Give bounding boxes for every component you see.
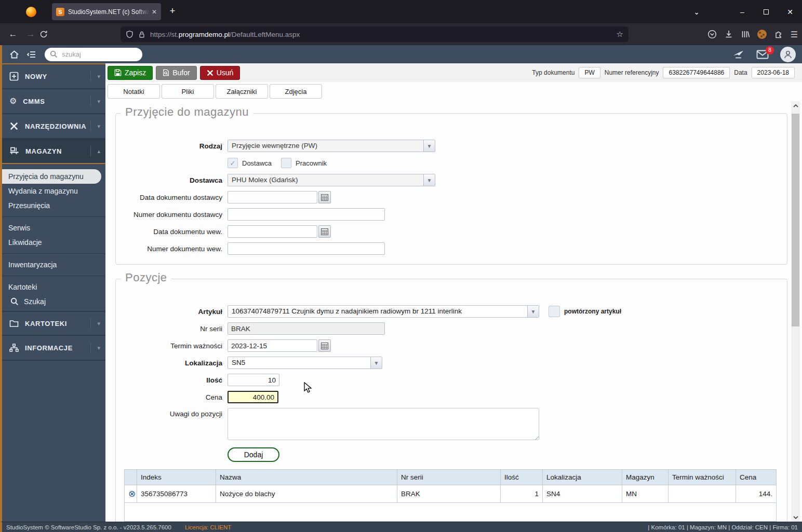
tab-zdjecia[interactable]: Zdjęcia	[270, 84, 322, 99]
rodzaj-select[interactable]: Przyjęcie wewnętrzne (PW) ▼	[228, 140, 435, 152]
close-window-button[interactable]: ✕	[778, 8, 802, 16]
save-label: Zapisz	[125, 69, 146, 77]
chevron-down-icon[interactable]: ▾	[90, 96, 100, 106]
pracownik-checkbox[interactable]	[281, 158, 291, 168]
tab-zalaczniki[interactable]: Załączniki	[216, 84, 268, 99]
tab-notatki[interactable]: Notatki	[108, 84, 160, 99]
numer-wew-input[interactable]	[228, 242, 385, 255]
collapse-menu-icon[interactable]	[26, 50, 36, 59]
calendar-icon[interactable]	[318, 191, 331, 203]
dostawca-select[interactable]: PHU Molex (Gdańsk) ▼	[228, 174, 435, 186]
sidebar-item-przesuniecia[interactable]: Przesunięcia	[2, 198, 105, 213]
shield-icon[interactable]	[126, 30, 133, 38]
gears-icon: ⚙	[9, 97, 17, 105]
reload-button[interactable]	[39, 30, 57, 38]
dostawca-checkbox[interactable]: ✓	[228, 158, 238, 168]
cell-magazyn: MN	[622, 485, 669, 503]
chevron-down-icon[interactable]: ▾	[90, 121, 100, 131]
delete-row-icon[interactable]: ⊗	[128, 489, 136, 499]
scroll-up-icon[interactable]	[791, 101, 800, 110]
uwagi-textarea[interactable]	[228, 408, 539, 440]
back-button[interactable]: ←	[4, 29, 22, 39]
chevron-down-icon[interactable]: ▾	[90, 318, 100, 329]
select-arrow-icon[interactable]: ▼	[370, 357, 382, 369]
flight-icon[interactable]	[732, 49, 745, 60]
sidebar-item-wydania[interactable]: Wydania z magazynu	[2, 184, 105, 198]
minimize-button[interactable]: –	[730, 8, 754, 16]
select-arrow-icon[interactable]: ▼	[527, 306, 539, 317]
menu-icon[interactable]: ☰	[791, 30, 798, 39]
cena-input[interactable]	[228, 391, 278, 403]
sidebar-item-serwis[interactable]: Serwis	[2, 221, 105, 235]
data-dostawcy-input[interactable]	[228, 191, 317, 203]
downloads-icon[interactable]	[724, 30, 733, 39]
ilosc-input[interactable]	[228, 374, 279, 386]
home-icon[interactable]	[9, 50, 19, 59]
sidebar-item-nowy[interactable]: NOWY ▾	[2, 64, 105, 89]
status-license: Licencja: CLIENT	[185, 524, 231, 530]
ref-number-value: 6382267749644886	[663, 67, 730, 78]
cell-indeks: 356735086773	[137, 485, 216, 503]
chevron-down-icon[interactable]: ▾	[90, 343, 100, 353]
tab-close-icon[interactable]: ✕	[152, 8, 157, 16]
new-tab-button[interactable]: +	[165, 4, 180, 19]
search-input[interactable]	[62, 50, 129, 58]
cell-ilosc: 1	[501, 485, 543, 503]
col-nr-serii: Nr serii	[397, 470, 501, 485]
user-avatar[interactable]	[780, 47, 796, 62]
powtorzony-checkbox[interactable]	[549, 306, 560, 317]
tab-list-button[interactable]: ⌄	[685, 0, 709, 23]
numer-dostawcy-input[interactable]	[228, 208, 385, 221]
tab-pliki[interactable]: Pliki	[162, 84, 214, 99]
bookmark-star-icon[interactable]: ☆	[617, 30, 623, 39]
status-bar: StudioSystem © SoftwareStudio Sp. z o.o.…	[0, 522, 802, 532]
select-arrow-icon[interactable]: ▼	[423, 140, 435, 152]
maximize-button[interactable]	[754, 8, 778, 16]
account-avatar-icon[interactable]	[757, 30, 767, 39]
scrollbar-thumb[interactable]	[792, 114, 799, 326]
select-arrow-icon[interactable]: ▼	[423, 174, 435, 186]
extensions-puzzle-icon[interactable]	[774, 30, 783, 39]
sidebar-item-informacje[interactable]: INFORMACJE ▾	[2, 336, 105, 361]
calendar-icon[interactable]	[318, 339, 331, 352]
chevron-down-icon[interactable]: ▾	[90, 71, 100, 81]
pocket-icon[interactable]	[707, 30, 717, 39]
sidebar-item-narzedziownia[interactable]: NARZĘDZIOWNIA ▾	[2, 114, 105, 139]
cell-nr-serii: BRAK	[397, 485, 501, 503]
tools-icon	[9, 121, 19, 131]
sidebar-item-cmms[interactable]: ⚙ CMMS ▾	[2, 89, 105, 114]
sidebar-item-przyjecia[interactable]: Przyjęcia do magazynu	[2, 169, 101, 184]
dodaj-button[interactable]: Dodaj	[228, 447, 279, 462]
sidebar-item-likwidacje[interactable]: Likwidacje	[2, 235, 105, 250]
delete-button[interactable]: Usuń	[200, 66, 240, 80]
vertical-scrollbar[interactable]	[791, 101, 800, 522]
sidebar-item-inwentaryzacja[interactable]: Inwentaryzacja	[2, 257, 105, 272]
data-wew-input[interactable]	[228, 225, 317, 238]
firefox-icon[interactable]	[26, 7, 36, 17]
sidebar-item-kartoteki-section[interactable]: KARTOTEKI ▾	[2, 311, 105, 336]
cell-lokalizacja: SN4	[543, 485, 622, 503]
chevron-down-icon[interactable]: ⌄	[685, 8, 709, 16]
global-search[interactable]	[45, 48, 142, 61]
artykul-select[interactable]: 106374074879711 Czujnik dymu z nadajniki…	[228, 305, 539, 318]
forward-button[interactable]: →	[22, 29, 39, 39]
termin-input[interactable]	[228, 339, 317, 352]
sidebar-item-kartoteki[interactable]: Kartoteki	[2, 280, 105, 294]
lokalizacja-select[interactable]: SN5 ▼	[228, 357, 382, 369]
artykul-value: 106374074879711 Czujnik dymu z nadajniki…	[228, 306, 527, 317]
buffer-button[interactable]: Bufor	[156, 66, 196, 80]
date-value: 2023-06-18	[752, 67, 795, 78]
sidebar-item-szukaj[interactable]: Szukaj	[2, 294, 105, 309]
messages-envelope-icon[interactable]: 8	[756, 50, 769, 59]
termin-label: Termin ważności	[116, 342, 228, 350]
url-bar[interactable]: https://st.programdemo.pl/DefaultLeftMen…	[121, 26, 629, 42]
cell-nazwa: Nożyce do blachy	[216, 485, 397, 503]
save-button[interactable]: Zapisz	[108, 66, 153, 80]
library-icon[interactable]	[741, 30, 750, 39]
lock-icon[interactable]	[138, 31, 145, 38]
chevron-up-icon[interactable]: ▴	[90, 146, 100, 156]
calendar-icon[interactable]	[318, 225, 331, 238]
sidebar-item-magazyn[interactable]: MAGAZYN ▴	[2, 139, 105, 164]
browser-tab[interactable]: S StudioSystem.NET (c) Software ✕	[52, 3, 161, 20]
scroll-down-icon[interactable]	[791, 513, 800, 522]
